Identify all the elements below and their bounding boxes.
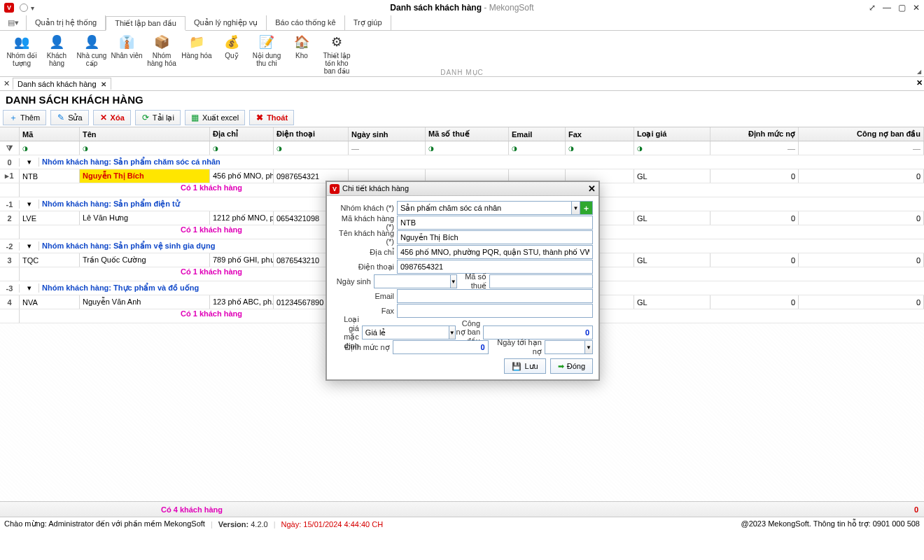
nthn-dropdown-icon[interactable]: ▼: [585, 340, 593, 354]
close-area-icon[interactable]: ✕: [916, 78, 923, 88]
input-ten[interactable]: [397, 230, 593, 244]
dong-button[interactable]: ➡Đóng: [550, 358, 593, 374]
xuatexcel-button[interactable]: ▦Xuất excel: [185, 110, 245, 125]
edit-icon: ✎: [57, 113, 65, 122]
plus-icon: ＋: [9, 113, 18, 122]
group-row[interactable]: 0▾Nhóm khách hàng: Sản phẩm chăm sóc cá …: [0, 155, 924, 169]
col-ten[interactable]: Tên: [80, 127, 210, 141]
quickaccess-dropdown-icon[interactable]: ▾: [31, 4, 34, 12]
input-email[interactable]: [397, 289, 593, 303]
col-fax[interactable]: Fax: [566, 127, 634, 141]
close-icon: ➡: [558, 362, 564, 371]
input-mst[interactable]: [489, 274, 593, 288]
tab-quanly[interactable]: Quản lý nghiệp vụ: [186, 15, 267, 30]
filter-icon[interactable]: ◑: [276, 145, 282, 152]
tab-thietlap[interactable]: Thiết lập ban đầu: [106, 16, 186, 31]
input-fax[interactable]: [397, 304, 593, 318]
col-dinhmucno[interactable]: Định mức nợ: [710, 127, 799, 141]
ribbon-expand-icon[interactable]: ◢: [917, 69, 921, 75]
input-ngaysinh[interactable]: [374, 274, 451, 288]
toolbar: ＋Thêm ✎Sửa ✕Xóa ⟳Tải lại ▦Xuất excel ✖Th…: [0, 108, 924, 127]
col-dienthoai[interactable]: Điện thoại: [274, 127, 349, 141]
quickaccess-icon[interactable]: [20, 4, 28, 12]
ribbon-thiết-lập-tồn-kho-ban-đầu[interactable]: ⚙Thiết lập tồn kho ban đầu: [319, 34, 354, 76]
ribbon-icon: 👥: [13, 34, 30, 50]
close-window-icon[interactable]: ✕: [913, 3, 920, 13]
filter-toggle-icon[interactable]: ⧩: [0, 141, 20, 155]
label-diachi: Địa chỉ: [332, 248, 397, 257]
dialog-close-icon[interactable]: ✕: [588, 183, 596, 194]
ribbon-nhân-viên[interactable]: 👔Nhân viên: [109, 34, 144, 76]
input-loaigia[interactable]: [362, 326, 449, 340]
sua-button[interactable]: ✎Sửa: [50, 110, 88, 125]
input-ma[interactable]: [397, 216, 593, 230]
add-group-button[interactable]: ＋: [580, 201, 593, 215]
col-masothue[interactable]: Mã số thuế: [426, 127, 509, 141]
ribbon-icon: 👔: [118, 34, 135, 50]
col-ngaysinh[interactable]: Ngày sinh: [349, 127, 426, 141]
tab-trogiup[interactable]: Trợ giúp: [345, 15, 391, 30]
input-nthn[interactable]: [545, 340, 585, 354]
input-diachi[interactable]: [397, 245, 593, 259]
input-dt[interactable]: [397, 260, 593, 274]
ribbon-quỹ[interactable]: 💰Quỹ: [214, 34, 249, 76]
ribbon-nhóm-hàng-hóa[interactable]: 📦Nhóm hàng hóa: [144, 34, 179, 76]
collapse-icon[interactable]: ▾: [20, 200, 39, 209]
tab-quantri[interactable]: Quản trị hệ thống: [27, 15, 106, 30]
filter-icon[interactable]: ◑: [428, 145, 434, 152]
maximize-icon[interactable]: ▢: [898, 3, 906, 13]
ribbon-nhà-cung-cấp[interactable]: 👤Nhà cung cấp: [74, 34, 109, 76]
collapse-icon[interactable]: ▾: [20, 284, 39, 293]
collapse-icon[interactable]: ▾: [20, 158, 39, 167]
label-fax: Fax: [332, 307, 397, 315]
ribbon-khách-hàng[interactable]: 👤Khách hàng: [39, 34, 74, 76]
input-nhomkhach[interactable]: [397, 201, 572, 215]
col-ma[interactable]: Mã: [20, 127, 80, 141]
col-diachi[interactable]: Địa chỉ: [210, 127, 274, 141]
customer-detail-dialog: V Chi tiết khách hàng ✕ Nhóm khách (*) ▼…: [326, 181, 600, 381]
ribbon-hàng-hóa[interactable]: 📁Hàng hóa: [179, 34, 214, 76]
label-mst: Mã số thuế: [457, 272, 489, 290]
date-dropdown-icon[interactable]: ▼: [451, 274, 457, 288]
luu-button[interactable]: 💾Lưu: [504, 358, 545, 374]
tab-baocao[interactable]: Báo cáo thống kê: [267, 15, 345, 30]
col-email[interactable]: Email: [509, 127, 566, 141]
collapse-icon[interactable]: ▾: [20, 241, 39, 251]
input-dmn[interactable]: [393, 340, 489, 354]
expand-icon[interactable]: ⤢: [869, 3, 876, 13]
label-dmn: Định mức nợ: [332, 343, 393, 352]
filter-icon[interactable]: ◑: [512, 145, 517, 152]
filter-icon[interactable]: ◑: [637, 145, 643, 152]
ribbon-kho[interactable]: 🏠Kho: [284, 34, 319, 76]
dropdown-icon[interactable]: ▼: [572, 201, 580, 215]
doc-tab-label: Danh sách khách hàng: [18, 80, 97, 88]
close-tab-icon[interactable]: ✕: [101, 80, 106, 88]
input-cnbd[interactable]: [483, 326, 593, 340]
close-all-tabs-icon[interactable]: ✕: [0, 79, 13, 88]
filter-icon[interactable]: ◑: [22, 145, 28, 152]
label-ten: Tên khách hàng (*): [332, 229, 397, 246]
ribbon-icon: 👤: [83, 34, 100, 50]
label-dt: Điện thoại: [332, 262, 397, 272]
window-title: Danh sách khách hàng - MekongSoft: [390, 3, 533, 13]
them-button[interactable]: ＋Thêm: [3, 110, 46, 125]
reload-icon: ⟳: [141, 113, 150, 122]
col-congno[interactable]: Công nợ ban đầu: [799, 127, 924, 141]
dialog-icon: V: [330, 184, 340, 194]
label-nhomkhach: Nhóm khách (*): [332, 204, 397, 212]
filter-icon[interactable]: ◑: [213, 145, 218, 152]
file-menu-icon[interactable]: ▤▾: [0, 15, 27, 30]
tailai-button[interactable]: ⟳Tải lại: [135, 110, 181, 125]
minimize-icon[interactable]: —: [883, 3, 891, 13]
loaigia-dropdown-icon[interactable]: ▼: [449, 326, 456, 340]
filter-icon[interactable]: ◑: [568, 145, 574, 152]
ribbon-nội-dung-thu-chi[interactable]: 📝Nội dung thu chi: [249, 34, 284, 76]
ribbon-nhóm-đối-tượng[interactable]: 👥Nhóm đối tượng: [4, 34, 39, 76]
doc-tab-khachhang[interactable]: Danh sách khách hàng ✕: [13, 78, 111, 90]
ribbon-icon: 📁: [188, 34, 205, 50]
col-loaigia[interactable]: Loại giá: [634, 127, 710, 141]
xoa-button[interactable]: ✕Xóa: [93, 110, 131, 125]
excel-icon: ▦: [191, 113, 200, 122]
filter-icon[interactable]: ◑: [83, 145, 88, 152]
thoat-button[interactable]: ✖Thoát: [249, 110, 294, 125]
